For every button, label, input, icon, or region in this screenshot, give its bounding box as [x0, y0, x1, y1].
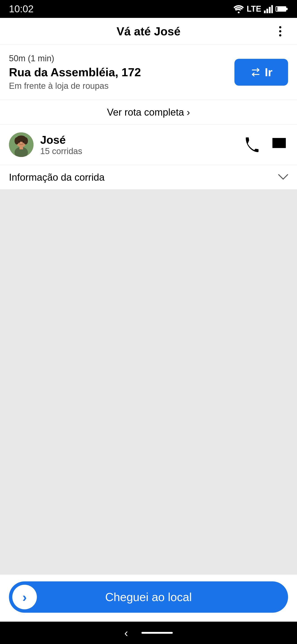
svg-rect-2: [266, 9, 268, 13]
svg-rect-7: [286, 8, 288, 10]
navigation-info-section: 50m (1 min) Rua da Assembléia, 172 Em fr…: [0, 45, 297, 100]
home-indicator[interactable]: [141, 632, 173, 634]
ride-info-section[interactable]: Informação da corrida: [0, 165, 297, 190]
svg-point-17: [17, 144, 25, 147]
passenger-name: José: [40, 134, 243, 146]
ride-info-label: Informação da corrida: [9, 172, 278, 183]
page-title: Vá até José: [116, 24, 180, 38]
call-button[interactable]: [243, 136, 261, 154]
battery-icon: [276, 6, 288, 12]
lte-icon: LTE: [247, 4, 261, 14]
app-header: Vá até José: [0, 18, 297, 45]
three-dots-icon: [279, 26, 281, 36]
svg-rect-6: [276, 7, 277, 11]
svg-point-0: [238, 12, 240, 13]
view-route-button[interactable]: Ver rota completa ›: [0, 100, 297, 124]
passenger-section: José 15 corridas: [0, 124, 297, 165]
signal-icon: [264, 5, 273, 13]
svg-point-11: [14, 137, 19, 144]
nav-info-text: 50m (1 min) Rua da Assembléia, 172 Em fr…: [9, 54, 228, 91]
chevron-down-icon: [278, 173, 288, 182]
go-button-label: Ir: [265, 66, 273, 79]
view-route-label: Ver rota completa: [107, 107, 184, 118]
back-button[interactable]: ‹: [124, 626, 128, 639]
bottom-bar: › Cheguei ao local: [0, 575, 297, 622]
wifi-icon: [233, 5, 244, 13]
nav-address: Rua da Assembléia, 172: [9, 66, 228, 79]
phone-icon: [245, 137, 260, 152]
message-button[interactable]: [270, 136, 288, 154]
svg-point-16: [22, 141, 24, 143]
svg-rect-4: [271, 5, 273, 13]
passenger-actions: [243, 136, 288, 154]
arrived-button-label: Cheguei ao local: [9, 590, 288, 604]
svg-point-12: [23, 137, 28, 144]
nav-description: Em frente à loja de roupas: [9, 81, 228, 91]
passenger-info: José 15 corridas: [40, 134, 243, 156]
navigation-bar: ‹: [0, 622, 297, 644]
message-icon: [271, 137, 287, 152]
nav-distance-time: 50m (1 min): [9, 54, 228, 63]
avatar: [9, 132, 33, 157]
svg-point-15: [18, 141, 20, 143]
view-route-chevron-icon: ›: [187, 107, 190, 118]
more-options-button[interactable]: [273, 24, 288, 39]
map-area: [0, 190, 297, 575]
arrived-chevron-icon: ›: [22, 590, 27, 605]
status-bar: 10:02 LTE: [0, 0, 297, 18]
svg-rect-1: [264, 10, 266, 13]
go-button[interactable]: Ir: [234, 59, 288, 86]
status-time: 10:02: [9, 3, 33, 14]
avatar-image: [9, 132, 33, 157]
arrived-button[interactable]: › Cheguei ao local: [9, 582, 288, 613]
route-swap-icon: [250, 67, 261, 78]
passenger-rides: 15 corridas: [40, 146, 243, 156]
arrived-button-icon: ›: [12, 585, 37, 609]
svg-rect-3: [269, 7, 271, 13]
status-icons: LTE: [233, 4, 288, 14]
